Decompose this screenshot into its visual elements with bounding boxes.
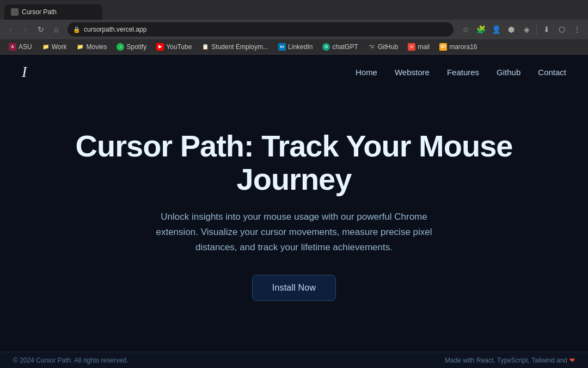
linkedin-icon: in: [278, 43, 286, 51]
github-icon: ⌥: [368, 43, 376, 51]
tab-favicon: [11, 8, 19, 16]
bookmark-student-employ-label: Student Employm...: [211, 43, 268, 51]
spotify-icon: ♪: [117, 43, 124, 51]
site-nav-links: Home Webstore Features Github Contact: [356, 68, 566, 77]
download-button[interactable]: ⬇: [540, 23, 553, 36]
toolbar-separator: [536, 25, 537, 34]
install-now-button[interactable]: Install Now: [252, 275, 336, 301]
tab-label: Cursor Path: [22, 8, 57, 16]
nav-webstore[interactable]: Webstore: [395, 68, 430, 77]
bookmark-spotify[interactable]: ♪ Spotify: [112, 42, 151, 52]
another-ext-button[interactable]: ⬢: [505, 23, 518, 36]
bookmark-linkedin-label: LinkedIn: [288, 43, 313, 51]
tab-bar: Cursor Path: [0, 0, 588, 20]
work-folder-icon: 📁: [42, 43, 50, 51]
footer-right: Made with React, TypeScript, Tailwind an…: [445, 357, 575, 364]
bookmarks-bar: A ASU 📁 Work 📁 Movies ♪ Spotify ▶ YouTub…: [0, 39, 588, 55]
bookmark-marora-label: marora16: [449, 43, 477, 51]
footer-made-with: Made with React, TypeScript, Tailwind an…: [445, 357, 567, 364]
chatgpt-icon: G: [322, 43, 330, 51]
nav-features[interactable]: Features: [447, 68, 479, 77]
bookmark-mail[interactable]: M mail: [403, 42, 434, 52]
bookmark-github-label: GitHub: [378, 43, 398, 51]
bookmark-movies[interactable]: 📁 Movies: [72, 42, 111, 52]
address-bar[interactable]: 🔒 cursorpath.vercel.app: [68, 22, 454, 37]
profile-button[interactable]: 👤: [489, 23, 503, 36]
address-text: cursorpath.vercel.app: [84, 26, 146, 33]
bookmark-github[interactable]: ⌥ GitHub: [364, 42, 402, 52]
bookmark-work[interactable]: 📁 Work: [38, 42, 71, 52]
movies-folder-icon: 📁: [76, 43, 84, 51]
active-tab[interactable]: Cursor Path: [4, 4, 102, 20]
another-ext2-button[interactable]: ◈: [520, 23, 533, 36]
bookmark-chatgpt-label: chatGPT: [332, 43, 358, 51]
bookmark-youtube[interactable]: ▶ YouTube: [152, 42, 196, 52]
lock-icon: 🔒: [73, 26, 81, 33]
bookmark-marora16[interactable]: 🏷 marora16: [435, 42, 481, 52]
nav-github[interactable]: Github: [497, 68, 520, 77]
extensions-button[interactable]: 🧩: [474, 23, 487, 36]
back-button[interactable]: ‹: [4, 23, 16, 35]
mail-icon: M: [408, 43, 415, 51]
browser-toolbar: ‹ › ↻ ⌂ 🔒 cursorpath.vercel.app ☆ 🧩 👤 ⬢ …: [0, 20, 588, 39]
bookmark-youtube-label: YouTube: [166, 43, 192, 51]
refresh-button[interactable]: ↻: [35, 23, 47, 35]
bookmark-work-label: Work: [52, 43, 67, 51]
asu-icon: A: [9, 43, 16, 51]
hero-subtitle: Unlock insights into your mouse usage wi…: [147, 209, 441, 255]
forward-button[interactable]: ›: [20, 23, 32, 35]
home-button[interactable]: ⌂: [50, 23, 62, 35]
website-content: I Home Webstore Features Github Contact …: [0, 55, 588, 368]
browser-chrome: Cursor Path ‹ › ↻ ⌂ 🔒 cursorpath.vercel.…: [0, 0, 588, 55]
menu-button[interactable]: ⋮: [571, 23, 584, 36]
youtube-icon: ▶: [156, 43, 164, 51]
bookmark-movies-label: Movies: [86, 43, 107, 51]
hero-title: Cursor Path: Track Your Mouse Journey: [65, 129, 523, 196]
toolbar-actions: ☆ 🧩 👤 ⬢ ◈ ⬇ ⬡ ⋮: [459, 23, 584, 36]
ext-icon-button[interactable]: ⬡: [555, 23, 568, 36]
nav-contact[interactable]: Contact: [538, 68, 566, 77]
bookmark-mail-label: mail: [418, 43, 430, 51]
heart-icon: ❤: [569, 357, 575, 364]
hero-section: Cursor Path: Track Your Mouse Journey Un…: [0, 79, 588, 352]
bookmark-chatgpt[interactable]: G chatGPT: [318, 42, 362, 52]
marora-icon: 🏷: [439, 43, 447, 51]
bookmark-student-employ[interactable]: 📋 Student Employm...: [197, 42, 273, 52]
site-footer: © 2024 Cursor Path. All rights reserved.…: [0, 352, 588, 368]
nav-home[interactable]: Home: [356, 68, 377, 77]
bookmark-spotify-label: Spotify: [126, 43, 146, 51]
bookmark-asu[interactable]: A ASU: [4, 42, 36, 52]
footer-copyright: © 2024 Cursor Path. All rights reserved.: [13, 357, 128, 364]
student-employ-icon: 📋: [201, 43, 209, 51]
bookmark-linkedin[interactable]: in LinkedIn: [274, 42, 317, 52]
bookmark-asu-label: ASU: [19, 43, 32, 51]
bookmark-star-button[interactable]: ☆: [459, 23, 472, 36]
